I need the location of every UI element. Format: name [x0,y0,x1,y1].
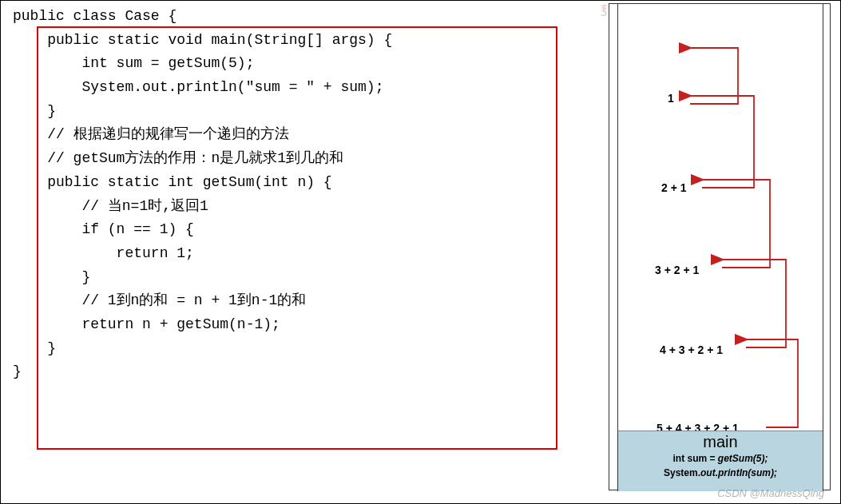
arrows-svg [618,4,824,435]
stack-level-3: 3 + 2 + 1 [655,264,699,276]
watermark-icon: ℥ [601,3,607,17]
stack-level-4: 4 + 3 + 2 + 1 [660,343,723,356]
main-code-1: int sum = getSum(5); [618,451,823,466]
stack-panel: 1 2 + 1 3 + 2 + 1 4 + 3 + 2 + 1 5 + 4 + … [609,3,831,490]
code-line: } [13,363,22,379]
highlight-box [37,26,557,450]
main-code-2: System.out.println(sum); [618,466,823,480]
watermark: CSDN @MadnessQing [717,487,824,499]
main-box: main int sum = getSum(5); System.out.pri… [618,431,823,491]
stack-level-2: 2 + 1 [661,181,687,194]
stack-level-1: 1 [668,92,674,105]
code-line: public class Case { [13,8,177,24]
main-title: main [618,433,823,451]
stack-inner: 1 2 + 1 3 + 2 + 1 4 + 3 + 2 + 1 5 + 4 + … [617,4,823,491]
